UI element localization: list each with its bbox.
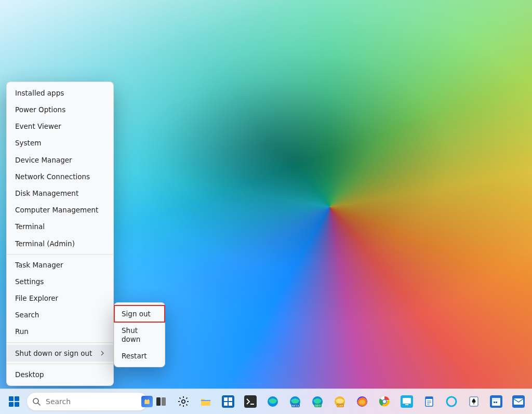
- menu-item-file-explorer[interactable]: File Explorer: [7, 290, 113, 306]
- menu-item-label: Event Viewer: [15, 122, 61, 130]
- menu-item-search[interactable]: Search: [7, 306, 113, 323]
- chrome-icon: [378, 395, 391, 408]
- menu-separator: [7, 254, 113, 255]
- svg-point-4: [181, 400, 184, 403]
- taskbar-search[interactable]: [26, 392, 148, 411]
- svg-rect-3: [162, 397, 166, 406]
- menu-item-device-manager[interactable]: Device Manager: [7, 152, 113, 168]
- taskbar-icon-edge-canary[interactable]: CAN: [330, 391, 349, 412]
- menu-item-label: Desktop: [15, 370, 44, 379]
- task-view-icon: [155, 395, 167, 408]
- start-button[interactable]: [4, 391, 23, 412]
- folder-icon: [200, 395, 212, 408]
- taskbar-icon-edge-beta[interactable]: BETA: [285, 391, 304, 412]
- svg-line-12: [186, 398, 187, 399]
- taskbar-icon-file-explorer[interactable]: [196, 391, 215, 412]
- taskbar-icon-terminal[interactable]: [241, 391, 260, 412]
- taskbar-icon-firefox[interactable]: [352, 391, 371, 412]
- menu-separator: [7, 342, 113, 343]
- menu-item-label: Network Connections: [15, 172, 90, 181]
- taskbar-icon-microsoft-store[interactable]: [218, 391, 237, 412]
- menu-item-label: Terminal (Admin): [15, 239, 75, 248]
- menu-item-computer-management[interactable]: Computer Management: [7, 202, 113, 218]
- notepad-icon: [423, 395, 435, 408]
- menu-item-label: Task Manager: [15, 261, 63, 269]
- menu-item-installed-apps[interactable]: Installed apps: [7, 85, 113, 101]
- monitor-icon: [401, 395, 413, 408]
- taskbar-icon-edge[interactable]: [263, 391, 282, 412]
- menu-item-shutdown-signout[interactable]: Shut down or sign out: [7, 345, 113, 362]
- svg-rect-14: [224, 397, 228, 401]
- taskbar-icon-cortana[interactable]: [442, 391, 461, 412]
- svg-line-1: [38, 403, 40, 405]
- submenu-item-label: Sign out: [122, 310, 151, 318]
- windows-logo-icon: [9, 396, 14, 401]
- menu-item-disk-management[interactable]: Disk Management: [7, 185, 113, 202]
- shutdown-submenu: Sign out Shut down Restart: [114, 302, 165, 367]
- menu-item-terminal-admin[interactable]: Terminal (Admin): [7, 235, 113, 252]
- menu-item-label: Shut down or sign out: [15, 349, 92, 357]
- svg-point-40: [447, 397, 456, 406]
- svg-rect-46: [514, 398, 523, 405]
- menu-item-label: Power Options: [15, 105, 65, 114]
- svg-rect-43: [492, 398, 500, 400]
- svg-line-10: [186, 404, 187, 405]
- svg-text:BETA: BETA: [292, 404, 299, 407]
- svg-rect-34: [405, 404, 408, 405]
- menu-item-settings[interactable]: Settings: [7, 273, 113, 290]
- svg-rect-33: [403, 398, 411, 404]
- menu-item-label: File Explorer: [15, 294, 58, 302]
- menu-item-desktop[interactable]: Desktop: [7, 366, 113, 383]
- edge-dev-icon: DEV: [311, 395, 324, 408]
- svg-rect-15: [229, 397, 232, 401]
- search-input[interactable]: [45, 397, 137, 406]
- submenu-item-restart[interactable]: Restart: [114, 348, 165, 364]
- taskbar-icon-remote-desktop[interactable]: [397, 391, 416, 412]
- menu-item-network-connections[interactable]: Network Connections: [7, 168, 113, 185]
- menu-item-label: Disk Management: [15, 189, 78, 197]
- menu-item-label: Search: [15, 311, 39, 319]
- taskbar-icon-notepad[interactable]: [419, 391, 438, 412]
- svg-text:DEV: DEV: [315, 404, 321, 407]
- search-icon: [32, 397, 41, 406]
- svg-line-11: [179, 404, 180, 405]
- winx-context-menu: Installed apps Power Options Event Viewe…: [6, 82, 114, 386]
- taskbar-icon-mail[interactable]: [509, 391, 528, 412]
- taskbar-icon-chrome[interactable]: [375, 391, 394, 412]
- svg-text:CAN: CAN: [337, 404, 343, 407]
- menu-item-label: Device Manager: [15, 156, 72, 164]
- submenu-item-label: Shut down: [122, 326, 157, 343]
- svg-line-9: [179, 398, 180, 399]
- taskbar-icon-calendar[interactable]: [486, 391, 506, 412]
- svg-rect-45: [496, 402, 497, 403]
- menu-item-task-manager[interactable]: Task Manager: [7, 257, 113, 273]
- svg-point-32: [383, 400, 386, 403]
- menu-item-system[interactable]: System: [7, 135, 113, 151]
- card-spade-icon: [468, 395, 480, 408]
- edge-beta-icon: BETA: [289, 395, 301, 408]
- menu-item-event-viewer[interactable]: Event Viewer: [7, 118, 113, 135]
- taskbar-icon-solitaire[interactable]: [464, 391, 483, 412]
- windows-logo-icon: [9, 402, 14, 407]
- submenu-item-shut-down[interactable]: Shut down: [114, 322, 165, 347]
- menu-item-terminal[interactable]: Terminal: [7, 218, 113, 235]
- svg-rect-17: [229, 402, 232, 406]
- menu-item-label: System: [15, 139, 41, 147]
- menu-item-run[interactable]: Run: [7, 323, 113, 340]
- gear-icon: [177, 395, 190, 408]
- submenu-item-sign-out[interactable]: Sign out: [114, 305, 165, 322]
- svg-rect-44: [494, 402, 495, 403]
- svg-rect-36: [425, 397, 433, 399]
- menu-item-power-options[interactable]: Power Options: [7, 101, 113, 118]
- terminal-icon: [244, 395, 257, 408]
- taskbar-icon-settings[interactable]: [174, 391, 193, 412]
- submenu-item-label: Restart: [122, 352, 147, 360]
- mail-icon: [512, 395, 525, 408]
- edge-icon: [267, 395, 279, 408]
- menu-separator: [7, 364, 113, 364]
- windows-logo-icon: [15, 396, 19, 401]
- windows-logo-icon: [15, 402, 19, 407]
- taskbar-icon-edge-dev[interactable]: DEV: [308, 391, 327, 412]
- taskbar-icon-task-view[interactable]: [151, 391, 170, 412]
- svg-rect-13: [201, 400, 210, 401]
